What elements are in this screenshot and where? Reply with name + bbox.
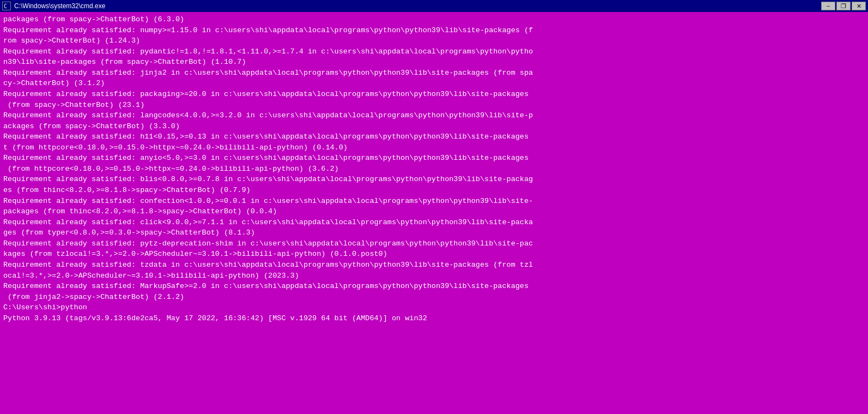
console-line: packages (from spacy->ChatterBot) (6.3.0… xyxy=(3,14,865,25)
console-output: packages (from spacy->ChatterBot) (6.3.0… xyxy=(0,12,868,414)
console-line: Requirement already satisfied: blis<0.8.… xyxy=(3,174,865,185)
console-line: Requirement already satisfied: numpy>=1.… xyxy=(3,25,865,36)
window-title: C:\Windows\system32\cmd.exe xyxy=(14,2,105,10)
console-line: Requirement already satisfied: h11<0.15,… xyxy=(3,131,865,142)
console-line: ackages (from spacy->ChatterBot) (3.3.0) xyxy=(3,121,865,132)
title-bar: C C:\Windows\system32\cmd.exe − ❐ ✕ xyxy=(0,0,868,12)
console-line: Requirement already satisfied: packaging… xyxy=(3,89,865,100)
console-line: Requirement already satisfied: confectio… xyxy=(3,196,865,207)
restore-button[interactable]: ❐ xyxy=(836,2,851,10)
console-line: Requirement already satisfied: tzdata in… xyxy=(3,260,865,271)
cmd-window: C C:\Windows\system32\cmd.exe − ❐ ✕ pack… xyxy=(0,0,868,414)
console-line: (from jinja2->spacy->ChatterBot) (2.1.2) xyxy=(3,292,865,303)
console-line: kages (from tzlocal!=3.*,>=2.0->APSchedu… xyxy=(3,249,865,260)
console-line: Requirement already satisfied: pytz-depr… xyxy=(3,238,865,249)
console-line: Requirement already satisfied: jinja2 in… xyxy=(3,68,865,79)
title-bar-left: C C:\Windows\system32\cmd.exe xyxy=(2,2,105,10)
title-bar-controls: − ❐ ✕ xyxy=(821,2,866,10)
console-line: Python 3.9.13 (tags/v3.9.13:6de2ca5, May… xyxy=(3,313,865,324)
console-line: (from spacy->ChatterBot) (23.1) xyxy=(3,100,865,111)
console-line: Requirement already satisfied: MarkupSaf… xyxy=(3,281,865,292)
console-line: Requirement already satisfied: langcodes… xyxy=(3,110,865,121)
console-line: C:\Users\shi>python xyxy=(3,302,865,313)
console-line: t (from httpcore<0.18.0,>=0.15.0->httpx~… xyxy=(3,142,865,153)
minimize-button[interactable]: − xyxy=(821,2,835,10)
console-line: (from httpcore<0.18.0,>=0.15.0->httpx~=0… xyxy=(3,164,865,175)
console-line: Requirement already satisfied: click<9.0… xyxy=(3,217,865,228)
console-line: es (from thinc<8.2.0,>=8.1.8->spacy->Cha… xyxy=(3,185,865,196)
close-button[interactable]: ✕ xyxy=(852,2,866,10)
console-line: packages (from thinc<8.2.0,>=8.1.8->spac… xyxy=(3,206,865,217)
console-line: ocal!=3.*,>=2.0->APScheduler~=3.10.1->bi… xyxy=(3,271,865,281)
console-line: rom spacy->ChatterBot) (1.24.3) xyxy=(3,35,865,46)
console-line: n39\lib\site-packages (from spacy->Chatt… xyxy=(3,57,865,68)
console-line: Requirement already satisfied: pydantic!… xyxy=(3,46,865,57)
console-line: Requirement already satisfied: anyio<5.0… xyxy=(3,153,865,164)
console-line: cy->ChatterBot) (3.1.2) xyxy=(3,78,865,89)
svg-text:C: C xyxy=(4,3,7,9)
console-line: ges (from typer<0.8.0,>=0.3.0->spacy->Ch… xyxy=(3,227,865,238)
cmd-icon: C xyxy=(2,2,11,10)
